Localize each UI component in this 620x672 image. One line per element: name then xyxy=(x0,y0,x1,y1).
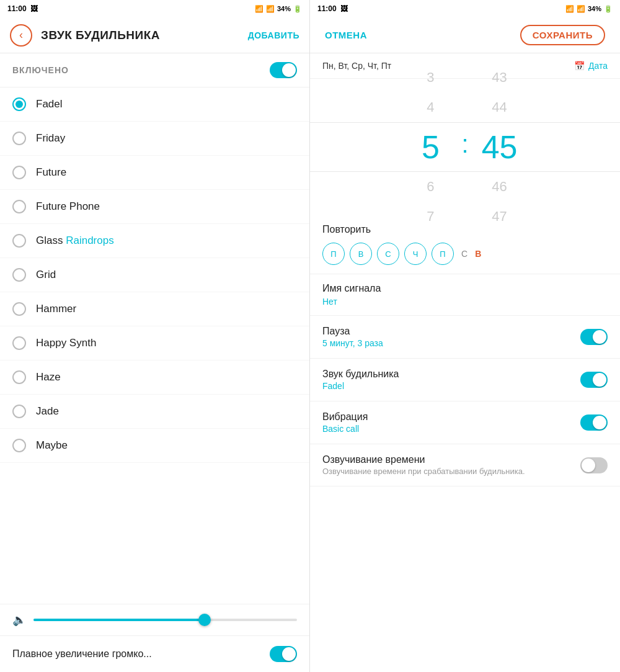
list-item[interactable]: Jade xyxy=(0,395,309,429)
radio-friday[interactable] xyxy=(12,132,26,145)
day-fri[interactable]: П xyxy=(432,243,454,265)
battery-icon-right: 🔋 xyxy=(604,5,613,13)
pause-title: Пауза xyxy=(322,326,383,337)
day-tue-label: В xyxy=(358,249,364,259)
battery-left: 34% xyxy=(277,5,291,12)
date-button[interactable]: 📅 Дата xyxy=(574,61,608,71)
list-item[interactable]: Haze xyxy=(0,361,309,395)
time-voice-toggle[interactable] xyxy=(580,457,608,473)
time-picker[interactable]: 3 4 5 6 7 : 43 44 45 46 47 xyxy=(310,79,620,215)
hour-column[interactable]: 3 4 5 6 7 xyxy=(405,63,455,231)
hour-top: 3 xyxy=(427,63,434,92)
day-tue[interactable]: В xyxy=(350,243,372,265)
status-bar-left: 11:00 🖼 📶 📶 34% 🔋 xyxy=(0,0,309,17)
list-item[interactable]: Future xyxy=(0,156,309,190)
min-top: 43 xyxy=(492,63,507,92)
list-item[interactable]: Fadel xyxy=(0,87,309,122)
radio-future-phone[interactable] xyxy=(12,200,26,213)
battery-icon-left: 🔋 xyxy=(293,5,302,13)
enabled-toggle-row: ВКЛЮЧЕНО xyxy=(0,53,309,87)
radio-haze[interactable] xyxy=(12,370,26,384)
save-button[interactable]: СОХРАНИТЬ xyxy=(520,25,605,45)
signal-icon-right: 📶 xyxy=(577,5,585,13)
wifi-icon-right: 📶 xyxy=(565,5,574,13)
list-item[interactable]: Future Phone xyxy=(0,190,309,224)
time-left: 11:00 xyxy=(7,4,27,13)
status-time-left: 11:00 🖼 xyxy=(7,4,38,13)
repeat-section: Повторить П В С Ч П С В xyxy=(310,215,620,274)
minute-column[interactable]: 43 44 45 46 47 xyxy=(475,63,525,231)
alarm-sound-title: Звук будильника xyxy=(322,369,399,380)
vibration-toggle[interactable] xyxy=(580,414,608,431)
hour-prev: 4 xyxy=(427,92,434,122)
smooth-increase-row: Плавное увеличение громко... xyxy=(0,635,309,672)
list-item[interactable]: Maybe xyxy=(0,429,309,463)
alarm-sound-toggle[interactable] xyxy=(580,372,608,388)
radio-maybe[interactable] xyxy=(12,439,26,452)
smooth-toggle[interactable] xyxy=(270,646,297,662)
day-wed[interactable]: С xyxy=(377,243,399,265)
hour-far: 7 xyxy=(427,202,434,231)
pause-row: Пауза 5 минут, 3 раза xyxy=(310,316,620,359)
list-item[interactable]: Hammer xyxy=(0,292,309,326)
ringtone-name-hammer: Hammer xyxy=(36,303,76,315)
signal-name-sub: Нет xyxy=(322,297,608,307)
header-right: ОТМЕНА СОХРАНИТЬ xyxy=(310,17,620,53)
ringtone-list: Fadel Friday Future Future Phone Glass R… xyxy=(0,87,309,604)
alarm-sound-sub: Fadel xyxy=(322,381,399,391)
slider-thumb[interactable] xyxy=(198,614,211,626)
alarm-sound-left: Звук будильника Fadel xyxy=(322,369,399,391)
day-mon[interactable]: П xyxy=(322,243,345,265)
smooth-label: Плавное увеличение громко... xyxy=(12,648,152,660)
add-button[interactable]: ДОБАВИТЬ xyxy=(248,30,299,40)
ringtone-name-future-phone: Future Phone xyxy=(36,200,100,213)
days-circles: П В С Ч П С В xyxy=(322,243,608,265)
days-row: Пн, Вт, Ср, Чт, Пт 📅 Дата xyxy=(310,53,620,79)
enabled-toggle[interactable] xyxy=(270,62,297,78)
volume-row: 🔈 xyxy=(0,604,309,635)
time-right: 11:00 xyxy=(317,4,337,13)
hour-next: 6 xyxy=(427,172,434,202)
pause-toggle[interactable] xyxy=(580,329,608,345)
day-wed-label: С xyxy=(385,249,391,259)
radio-hammer[interactable] xyxy=(12,302,26,316)
radio-happy-synth[interactable] xyxy=(12,336,26,350)
time-colon: : xyxy=(461,130,468,164)
vibration-left: Вибрация Basic call xyxy=(322,411,368,434)
list-item[interactable]: Glass Raindrops xyxy=(0,224,309,258)
ringtone-name-glass-raindrops: Glass Raindrops xyxy=(36,235,114,247)
status-icons-right: 📶 📶 34% 🔋 xyxy=(565,5,613,13)
hour-active: 5 xyxy=(422,122,440,172)
day-fri-label: П xyxy=(440,249,445,259)
ringtone-name-happy-synth: Happy Synth xyxy=(36,337,96,349)
date-label: Дата xyxy=(588,61,608,71)
ringtone-name-fadel: Fadel xyxy=(36,98,63,110)
radio-jade[interactable] xyxy=(12,405,26,418)
highlight-raindrops: Raindrops xyxy=(66,235,114,246)
pause-sub: 5 минут, 3 раза xyxy=(322,338,383,348)
day-thu[interactable]: Ч xyxy=(404,243,427,265)
min-far: 47 xyxy=(492,202,507,231)
radio-glass-raindrops[interactable] xyxy=(12,234,26,248)
back-button[interactable]: ‹ xyxy=(10,24,32,47)
vibration-sub: Basic call xyxy=(322,424,368,434)
radio-fadel[interactable] xyxy=(12,97,26,111)
signal-name-title: Имя сигнала xyxy=(322,283,608,294)
left-panel: 11:00 🖼 📶 📶 34% 🔋 ‹ ЗВУК БУДИЛЬНИКА ДОБА… xyxy=(0,0,310,672)
ringtone-name-haze: Haze xyxy=(36,371,61,383)
list-item[interactable]: Grid xyxy=(0,258,309,292)
radio-future[interactable] xyxy=(12,166,26,179)
day-sun-label: В xyxy=(475,249,481,259)
ringtone-name-maybe: Maybe xyxy=(36,439,68,452)
ringtone-name-future: Future xyxy=(36,166,66,179)
ringtone-name-jade: Jade xyxy=(36,405,59,418)
volume-slider[interactable] xyxy=(33,619,297,621)
signal-name-section: Имя сигнала Нет xyxy=(310,274,620,316)
list-item[interactable]: Friday xyxy=(0,122,309,156)
cancel-button[interactable]: ОТМЕНА xyxy=(325,30,367,40)
vibration-row: Вибрация Basic call xyxy=(310,401,620,444)
enabled-label: ВКЛЮЧЕНО xyxy=(12,65,69,75)
radio-grid[interactable] xyxy=(12,268,26,282)
list-item[interactable]: Happy Synth xyxy=(0,326,309,361)
min-prev: 44 xyxy=(492,92,507,122)
